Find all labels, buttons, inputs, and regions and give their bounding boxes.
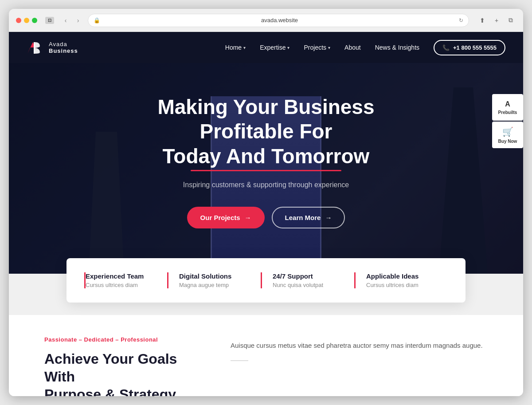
browser-actions: ⬆ + ⧉ (477, 15, 516, 26)
side-widgets: A Prebuilts 🛒 Buy Now (492, 94, 523, 148)
section-desc: Auisque cursus metus vitae sed pharetra … (231, 340, 488, 351)
buy-now-widget[interactable]: 🛒 Buy Now (492, 122, 523, 148)
back-button[interactable]: ‹ (60, 15, 71, 26)
phone-number: +1 800 555 5555 (453, 44, 497, 51)
browser-toolbar: ⊡ ‹ › 🔒 avada.website ↻ ⬆ + ⧉ (9, 9, 523, 32)
features-strip: Experienced Team Cursus ultrices diam Di… (66, 258, 466, 303)
nav-item-about[interactable]: About (344, 44, 361, 51)
hero-title-line2: Today And Tomorrow (115, 144, 417, 169)
feature-support: 24/7 Support Nunc quisa volutpat (261, 272, 354, 288)
hero-section: Making Your Business Profitable For Toda… (9, 32, 523, 274)
divider-line (231, 360, 248, 361)
projects-button-arrow: → (245, 214, 251, 221)
feature-experienced-team: Experienced Team Cursus ultrices diam (84, 272, 167, 288)
nav-item-expertise[interactable]: Expertise ▾ (260, 44, 289, 51)
close-button[interactable] (16, 18, 21, 23)
bottom-right: Auisque cursus metus vitae sed pharetra … (231, 336, 488, 396)
feature-desc: Magna augue temp (179, 282, 250, 288)
website-content: Making Your Business Profitable For Toda… (9, 32, 523, 396)
chevron-down-icon: ▾ (328, 45, 330, 50)
window-ctrl-icon: ⊡ (45, 17, 54, 24)
buy-now-label: Buy Now (498, 139, 517, 144)
navbar: Avada Business Home ▾ Expertise ▾ Projec… (9, 32, 523, 63)
bottom-left: Passionate – Dedicated – Professional Ac… (44, 336, 204, 396)
cart-icon: 🛒 (502, 126, 513, 137)
phone-icon: 📞 (442, 44, 450, 51)
refresh-icon[interactable]: ↻ (459, 17, 463, 24)
feature-applicable-ideas: Applicable Ideas Cursus ultrices diam (354, 272, 448, 288)
nav-item-home[interactable]: Home ▾ (225, 44, 246, 51)
projects-button-label: Our Projects (200, 214, 240, 221)
section-title: Achieve Your Goals With Purpose & Strate… (44, 350, 204, 396)
new-tab-icon[interactable]: + (491, 15, 502, 26)
logo[interactable]: Avada Business (27, 39, 78, 56)
logo-icon (27, 39, 44, 56)
chevron-down-icon: ▾ (243, 45, 246, 50)
feature-title: Experienced Team (86, 272, 156, 280)
chevron-down-icon: ▾ (287, 45, 289, 50)
prebuilts-widget[interactable]: A Prebuilts (492, 94, 523, 121)
address-bar[interactable]: 🔒 avada.website ↻ (88, 14, 469, 27)
tabs-icon[interactable]: ⧉ (505, 15, 516, 26)
feature-desc: Nunc quisa volutpat (273, 282, 344, 288)
phone-button[interactable]: 📞 +1 800 555 5555 (434, 40, 505, 55)
tagline: Passionate – Dedicated – Professional (44, 336, 204, 343)
hero-content: Making Your Business Profitable For Toda… (115, 77, 417, 228)
svg-rect-1 (34, 42, 35, 54)
projects-button[interactable]: Our Projects → (187, 207, 265, 228)
minimize-button[interactable] (24, 18, 29, 23)
feature-digital-solutions: Digital Solutions Magna augue temp (167, 272, 261, 288)
hero-title-line1: Making Your Business Profitable For (157, 95, 374, 143)
logo-brand: Avada (49, 41, 78, 47)
share-icon[interactable]: ⬆ (477, 15, 488, 26)
browser-window: ⊡ ‹ › 🔒 avada.website ↻ ⬆ + ⧉ Mak (9, 9, 523, 396)
lock-icon: 🔒 (94, 17, 100, 24)
learn-more-label: Learn More (285, 214, 321, 221)
logo-sub: Business (49, 47, 78, 54)
logo-text: Avada Business (49, 41, 78, 54)
feature-desc: Cursus ultrices diam (86, 282, 156, 288)
prebuilts-label: Prebuilts (498, 110, 517, 115)
hero-title: Making Your Business Profitable For Toda… (115, 95, 417, 169)
nav-links: Home ▾ Expertise ▾ Projects ▾ About News… (225, 44, 419, 51)
traffic-lights (16, 18, 37, 23)
feature-title: Digital Solutions (179, 272, 250, 280)
feature-title: Applicable Ideas (366, 272, 437, 280)
nav-item-news[interactable]: News & Insights (375, 44, 419, 51)
learn-more-button[interactable]: Learn More → (272, 207, 345, 228)
nav-item-projects[interactable]: Projects ▾ (304, 44, 330, 51)
feature-desc: Cursus ultrices diam (366, 282, 437, 288)
section-title-line1: Achieve Your Goals With (44, 351, 177, 385)
feature-title: 24/7 Support (273, 272, 344, 280)
learn-more-arrow: → (325, 214, 332, 221)
window-controls: ⊡ (45, 17, 54, 24)
hero-buttons: Our Projects → Learn More → (115, 207, 417, 228)
hero-subtitle: Inspiring customers & supporting through… (115, 181, 417, 189)
bottom-section: Passionate – Dedicated – Professional Ac… (9, 315, 523, 396)
nav-arrows: ‹ › (60, 15, 83, 26)
section-title-line2: Purpose & Strategy (44, 386, 176, 396)
fullscreen-button[interactable] (32, 18, 37, 23)
forward-button[interactable]: › (73, 15, 83, 26)
url-text: avada.website (103, 17, 456, 24)
prebuilts-icon: A (505, 100, 510, 108)
